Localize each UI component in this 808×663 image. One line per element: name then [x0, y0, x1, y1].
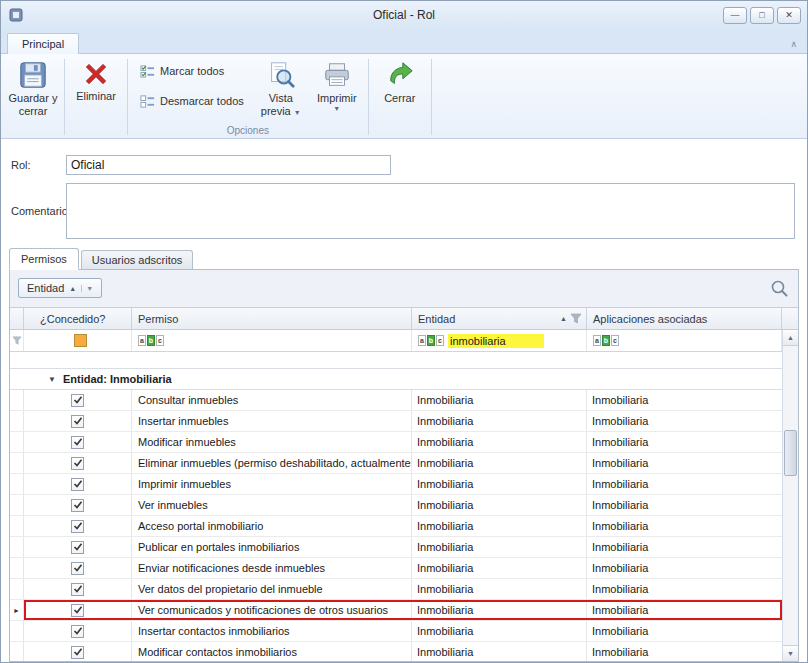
granted-checkbox[interactable] — [71, 457, 84, 470]
table-row[interactable]: Modificar contactos inmobiliarios Inmobi… — [10, 642, 782, 662]
granted-checkbox[interactable] — [71, 436, 84, 449]
scroll-down-icon[interactable]: ▼ — [783, 645, 798, 661]
permission-cell: Consultar inmuebles — [132, 390, 412, 410]
filter-aplicaciones-cell[interactable]: abc — [587, 330, 782, 351]
ribbon-tab-strip: Principal ∧ — [1, 29, 807, 53]
granted-checkbox[interactable] — [71, 415, 84, 428]
collapse-ribbon-icon[interactable]: ∧ — [790, 39, 797, 49]
entity-cell: Inmobiliaria — [412, 558, 587, 578]
window-title: Oficial - Rol — [1, 8, 807, 22]
granted-checkbox[interactable] — [71, 499, 84, 512]
delete-button[interactable]: Eliminar — [68, 56, 124, 122]
granted-checkbox[interactable] — [71, 583, 84, 596]
ribbon-separator — [368, 59, 369, 135]
granted-checkbox[interactable] — [71, 394, 84, 407]
granted-checkbox[interactable] — [71, 604, 84, 617]
column-header-permiso[interactable]: Permiso — [132, 308, 412, 329]
granted-cell — [24, 558, 132, 578]
table-row[interactable]: Consultar inmuebles Inmobiliaria Inmobil… — [10, 390, 782, 411]
filter-concedido-cell[interactable] — [24, 330, 132, 351]
group-expand-icon[interactable]: ▼ — [48, 375, 56, 384]
entidad-header-label: Entidad — [418, 313, 455, 325]
table-row[interactable]: Ver inmuebles Inmobiliaria Inmobiliaria — [10, 495, 782, 516]
grid-scrollbar[interactable]: ▲ ▼ — [782, 330, 798, 661]
granted-checkbox[interactable] — [71, 562, 84, 575]
mark-all-button[interactable]: Marcar todos — [133, 60, 251, 82]
scrollbar-thumb[interactable] — [784, 430, 797, 476]
entity-cell: Inmobiliaria — [412, 390, 587, 410]
search-icon[interactable] — [770, 279, 788, 297]
column-header-concedido[interactable]: ¿Concedido? — [24, 308, 132, 329]
table-row[interactable]: Eliminar inmuebles (permiso deshabilitad… — [10, 453, 782, 474]
permission-cell: Modificar contactos inmobiliarios — [132, 642, 412, 662]
unmark-all-button[interactable]: Desmarcar todos — [133, 90, 251, 112]
granted-cell — [24, 621, 132, 641]
apps-cell: Inmobiliaria — [587, 411, 782, 431]
save-icon — [18, 60, 48, 90]
minimize-button[interactable]: — — [723, 7, 747, 24]
close-form-icon — [385, 60, 415, 90]
column-header-entidad[interactable]: Entidad ▲ — [412, 308, 587, 329]
permission-cell: Eliminar inmuebles (permiso deshabilitad… — [132, 453, 412, 473]
apps-cell: Inmobiliaria — [587, 432, 782, 452]
filter-entidad-cell[interactable]: abc inmobiliaria — [412, 330, 587, 351]
ribbon-group-options: Marcar todos Desmarcar todos Vista previ… — [131, 56, 365, 138]
dialog-window: Oficial - Rol — □ ✕ Principal ∧ Guardar … — [0, 0, 808, 663]
granted-cell — [24, 432, 132, 452]
entity-cell: Inmobiliaria — [412, 600, 587, 620]
table-row[interactable]: Insertar inmuebles Inmobiliaria Inmobili… — [10, 411, 782, 432]
filter-funnel-icon[interactable] — [570, 313, 582, 325]
apps-cell: Inmobiliaria — [587, 474, 782, 494]
close-form-button[interactable]: Cerrar — [372, 56, 428, 122]
preview-button[interactable]: Vista previa ▼ — [253, 56, 309, 122]
close-form-label: Cerrar — [384, 92, 415, 105]
granted-checkbox[interactable] — [71, 478, 84, 491]
filter-entidad-value[interactable]: inmobiliaria — [448, 334, 544, 348]
save-close-button[interactable]: Guardar y cerrar — [5, 56, 61, 122]
ribbon-separator — [431, 59, 432, 135]
preview-label: Vista previa — [261, 92, 293, 117]
scroll-up-icon[interactable]: ▲ — [783, 330, 798, 346]
row-indicator-cell — [10, 537, 24, 557]
group-by-entidad-chip[interactable]: Entidad ▲ ▼ — [18, 278, 102, 298]
granted-checkbox[interactable] — [71, 520, 84, 533]
table-row[interactable]: Acceso portal inmobiliario Inmobiliaria … — [10, 516, 782, 537]
ribbon-tab-principal[interactable]: Principal — [7, 33, 79, 54]
filter-checkbox[interactable] — [74, 334, 87, 347]
table-row[interactable]: Insertar contactos inmobiliarios Inmobil… — [10, 621, 782, 642]
grid-gap — [10, 352, 798, 368]
print-label: Imprimir — [317, 92, 357, 105]
row-indicator-cell — [10, 495, 24, 515]
column-header-aplicaciones[interactable]: Aplicaciones asociadas — [587, 308, 782, 329]
tab-usuarios-adscritos[interactable]: Usuarios adscritos — [81, 250, 193, 269]
filter-permiso-cell[interactable]: abc — [132, 330, 412, 351]
row-indicator-cell — [10, 579, 24, 599]
role-input[interactable] — [66, 155, 391, 175]
permission-cell: Acceso portal inmobiliario — [132, 516, 412, 536]
header-filler — [782, 308, 798, 329]
ribbon-group-delete: Eliminar — [68, 56, 124, 138]
permission-cell: Imprimir inmuebles — [132, 474, 412, 494]
checklist-icon — [140, 64, 155, 79]
uncheck-list-icon — [140, 94, 155, 109]
row-indicator-cell — [10, 474, 24, 494]
tab-permisos[interactable]: Permisos — [9, 248, 79, 270]
close-button[interactable]: ✕ — [777, 7, 801, 24]
table-row[interactable]: Publicar en portales inmobiliarios Inmob… — [10, 537, 782, 558]
permission-cell: Enviar notificaciones desde inmuebles — [132, 558, 412, 578]
comments-input[interactable] — [66, 183, 795, 239]
table-row[interactable]: Enviar notificaciones desde inmuebles In… — [10, 558, 782, 579]
table-row[interactable]: Imprimir inmuebles Inmobiliaria Inmobili… — [10, 474, 782, 495]
role-label: Rol: — [11, 159, 66, 171]
table-row[interactable]: ► Ver comunicados y notificaciones de ot… — [10, 600, 782, 621]
print-button[interactable]: Imprimir ▼ — [309, 56, 365, 122]
group-row-inmobiliaria[interactable]: ▼ Entidad: Inmobiliaria — [10, 368, 782, 390]
entity-cell: Inmobiliaria — [412, 642, 587, 662]
granted-checkbox[interactable] — [71, 625, 84, 638]
granted-checkbox[interactable] — [71, 646, 84, 659]
ribbon-group-label: Opciones — [131, 124, 365, 138]
table-row[interactable]: Modificar inmuebles Inmobiliaria Inmobil… — [10, 432, 782, 453]
maximize-button[interactable]: □ — [750, 7, 774, 24]
table-row[interactable]: Ver datos del propietario del inmueble I… — [10, 579, 782, 600]
granted-checkbox[interactable] — [71, 541, 84, 554]
